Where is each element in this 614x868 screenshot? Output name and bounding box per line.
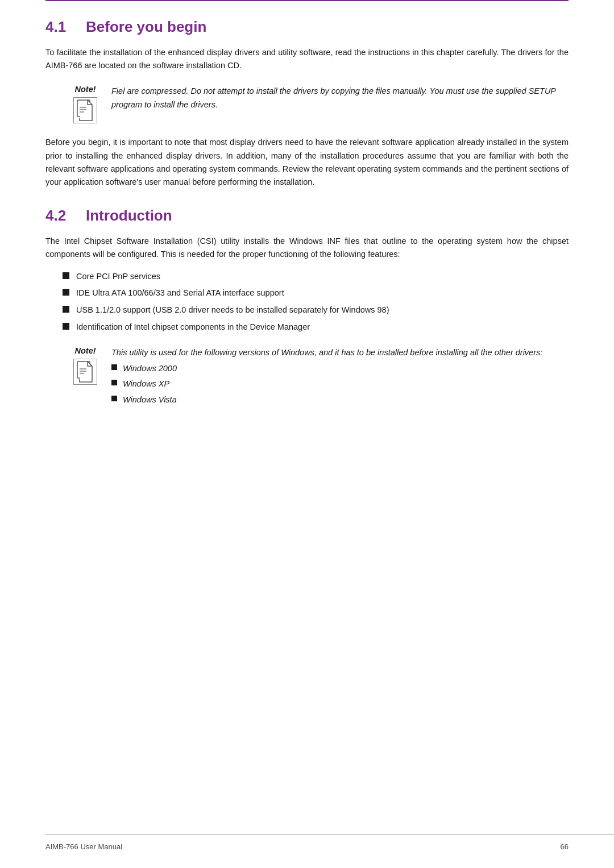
document-icon <box>76 99 94 121</box>
list-item: USB 1.1/2.0 support (USB 2.0 driver need… <box>63 304 569 317</box>
list-item-text: Identification of Intel chipset componen… <box>76 321 310 334</box>
section-41-title: Before you begin <box>86 18 206 36</box>
list-item-text: Core PCI PnP services <box>76 271 160 283</box>
top-rule <box>45 0 569 1</box>
windows-version-item: Windows Vista <box>111 394 569 406</box>
list-item-text: USB 1.1/2.0 support (USB 2.0 driver need… <box>76 304 389 317</box>
section-41-body: Before you begin, it is important to not… <box>45 136 569 189</box>
windows-version-text: Windows XP <box>123 378 169 391</box>
sub-bullet-icon <box>111 396 117 401</box>
footer: AIMB-766 User Manual 66 <box>45 842 569 851</box>
windows-versions-list: Windows 2000 Windows XP Windows Vista <box>111 363 569 406</box>
section-42-title: Introduction <box>86 207 172 225</box>
section-42-heading: 4.2 Introduction <box>45 207 569 225</box>
footer-left: AIMB-766 User Manual <box>45 842 122 851</box>
bullet-icon <box>63 323 69 330</box>
note-2-content: This utility is used for the following v… <box>111 346 569 410</box>
section-42-number: 4.2 <box>45 207 77 225</box>
section-41-intro: To facilitate the installation of the en… <box>45 46 569 72</box>
page: 4.1 Before you begin To facilitate the i… <box>0 0 614 868</box>
note-2-text: This utility is used for the following v… <box>111 348 542 357</box>
note-box-2: Note! This utility is used for the follo… <box>68 346 569 410</box>
section-42: 4.2 Introduction The Intel Chipset Softw… <box>45 207 569 410</box>
list-item: IDE Ultra ATA 100/66/33 and Serial ATA i… <box>63 287 569 300</box>
document-icon-2 <box>76 361 94 383</box>
note-2-label-col: Note! <box>68 346 102 385</box>
bullet-icon <box>63 272 69 279</box>
note-1-icon <box>73 97 97 123</box>
section-41: 4.1 Before you begin To facilitate the i… <box>45 18 569 189</box>
list-item: Core PCI PnP services <box>63 271 569 283</box>
list-item-text: IDE Ultra ATA 100/66/33 and Serial ATA i… <box>76 287 284 300</box>
windows-version-text: Windows Vista <box>123 394 177 406</box>
windows-version-text: Windows 2000 <box>123 363 177 375</box>
sub-bullet-icon <box>111 364 117 370</box>
bullet-icon <box>63 306 69 313</box>
sub-bullet-icon <box>111 380 117 385</box>
note-1-text: Fiel are compressed. Do not attempt to i… <box>111 85 569 111</box>
features-list: Core PCI PnP services IDE Ultra ATA 100/… <box>63 271 569 334</box>
note-1-label-col: Note! <box>68 85 102 123</box>
note-2-label: Note! <box>74 346 96 355</box>
section-42-intro: The Intel Chipset Software Installation … <box>45 235 569 261</box>
list-item: Identification of Intel chipset componen… <box>63 321 569 334</box>
note-box-1: Note! Fiel are compressed. Do not attemp… <box>68 85 569 123</box>
note-2-icon <box>73 359 97 385</box>
footer-rule <box>45 834 614 835</box>
windows-version-item: Windows XP <box>111 378 569 391</box>
note-1-label: Note! <box>74 85 96 94</box>
section-41-heading: 4.1 Before you begin <box>45 18 569 36</box>
bullet-icon <box>63 289 69 296</box>
footer-right: 66 <box>561 842 569 851</box>
windows-version-item: Windows 2000 <box>111 363 569 375</box>
section-41-number: 4.1 <box>45 18 77 36</box>
